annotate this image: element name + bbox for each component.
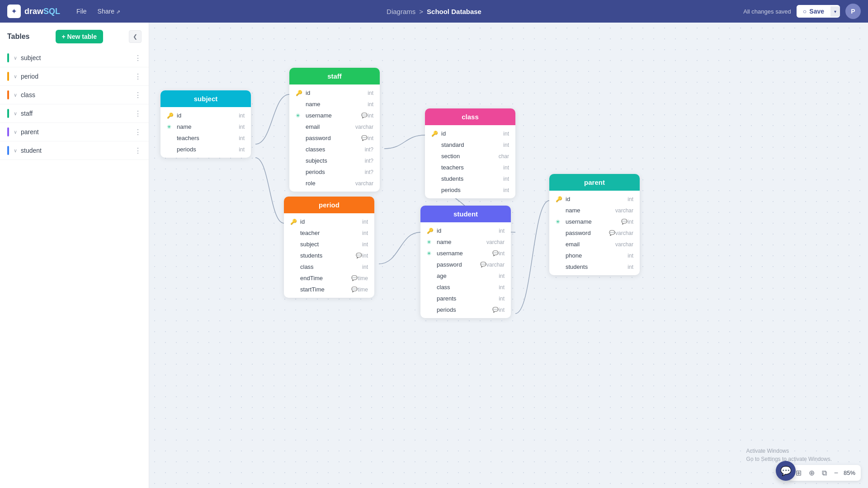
row-icon-students [556, 264, 563, 270]
field-type-password: varchar [486, 262, 505, 268]
field-name-password: password [437, 261, 478, 268]
field-row-teachers: teachers int [160, 132, 251, 144]
db-table-period[interactable]: period 🔑 id int teacher int subject int [284, 197, 374, 298]
table-menu-class[interactable]: ⋮ [134, 91, 142, 99]
field-name-periods: periods [306, 169, 365, 175]
row-icon-teachers [167, 136, 174, 141]
db-table-subject[interactable]: subject 🔑 id int ✳ name int teachers int [160, 90, 251, 158]
sidebar-item-staff[interactable]: ∨ staff ⋮ [0, 104, 149, 123]
field-row-username: ✳ username 💬 int [289, 110, 380, 121]
field-name-class: class [300, 263, 362, 270]
key-icon: 🔑 [296, 90, 302, 96]
row-icon-id: 🔑 [167, 113, 174, 119]
field-row-name: name int [289, 99, 380, 110]
field-type-startTime: time [358, 286, 368, 293]
row-icon-section [431, 154, 439, 159]
db-table-class[interactable]: class 🔑 id int standard int section char [425, 108, 515, 198]
key-icon: 🔑 [431, 131, 438, 137]
sidebar-title: Tables [7, 33, 30, 41]
zoom-out-button[interactable]: − [832, 468, 840, 478]
table-menu-parent[interactable]: ⋮ [134, 128, 142, 136]
sidebar-item-class[interactable]: ∨ class ⋮ [0, 86, 149, 104]
field-row-username: ✳ username 💬 int [549, 216, 640, 227]
field-type-id: int [239, 113, 245, 119]
row-icon-email [556, 242, 563, 247]
field-type-students: int [627, 264, 633, 270]
field-name-students: students [441, 175, 503, 182]
field-name-startTime: startTime [300, 286, 349, 293]
chat-bubble[interactable]: 💬 [776, 461, 796, 481]
row-icon-name: ✳ [167, 124, 174, 130]
save-main-button[interactable]: ○ Save [797, 5, 830, 18]
db-table-staff[interactable]: staff 🔑 id int name int ✳ username 💬 int [289, 68, 380, 192]
field-name-id: id [437, 227, 499, 234]
field-name-id: id [300, 218, 362, 225]
field-name-email: email [566, 241, 615, 248]
comment-students: 💬 [356, 253, 362, 258]
diagram-canvas[interactable]: subject 🔑 id int ✳ name int teachers int [149, 23, 868, 488]
field-name-role: role [306, 180, 355, 187]
field-row-username: ✳ username 💬 int [420, 248, 511, 259]
row-icon-username: ✳ [296, 113, 303, 119]
field-row-standard: standard int [425, 139, 515, 150]
breadcrumb-diagrams[interactable]: Diagrams [387, 8, 415, 15]
row-icon-password [556, 230, 563, 236]
field-type-id: int [503, 131, 509, 137]
share-menu-button[interactable]: Share ⇗ [92, 5, 126, 18]
field-type-password: varchar [615, 230, 633, 236]
field-row-age: age int [420, 270, 511, 282]
table-body-staff: 🔑 id int name int ✳ username 💬 int [289, 84, 380, 192]
layout-button[interactable]: ⧉ [820, 468, 829, 478]
field-row-teachers: teachers int [425, 162, 515, 173]
avatar[interactable]: P [845, 4, 861, 19]
field-type-classes: int? [365, 146, 373, 153]
field-row-id: 🔑 id int [289, 87, 380, 99]
row-icon-endTime [290, 276, 297, 281]
row-icon-students [431, 176, 439, 182]
table-menu-period[interactable]: ⋮ [134, 72, 142, 81]
chevron-icon-period: ∨ [14, 74, 17, 80]
field-row-teacher: teacher int [284, 227, 374, 239]
collapse-sidebar-button[interactable]: ❮ [129, 30, 142, 43]
field-name-periods: periods [437, 306, 491, 313]
sidebar-item-subject[interactable]: ∨ subject ⋮ [0, 49, 149, 67]
table-menu-student[interactable]: ⋮ [134, 146, 142, 155]
field-type-class: int [362, 264, 368, 270]
row-icon-password [296, 136, 303, 141]
row-icon-students [290, 253, 297, 258]
field-row-students: students 💬 int [284, 250, 374, 261]
sidebar-item-student[interactable]: ∨ student ⋮ [0, 141, 149, 160]
table-name-staff: staff [21, 110, 134, 117]
file-menu-button[interactable]: File [71, 5, 92, 18]
row-icon-username: ✳ [556, 219, 563, 225]
row-icon-name: ✳ [427, 239, 434, 245]
sidebar-item-parent[interactable]: ∨ parent ⋮ [0, 123, 149, 141]
field-row-subjects: subjects int? [289, 155, 380, 166]
chevron-icon-staff: ∨ [14, 111, 17, 117]
field-name-id: id [306, 89, 368, 96]
db-table-student[interactable]: student 🔑 id int ✳ name varchar ✳ userna… [420, 206, 511, 318]
field-type-name: int [368, 101, 373, 108]
field-row-id: 🔑 id int [284, 216, 374, 227]
field-type-username: int [499, 250, 505, 257]
new-table-button[interactable]: + New table [56, 30, 103, 43]
field-name-standard: standard [441, 141, 503, 148]
row-icon-id: 🔑 [296, 90, 303, 96]
field-name-subject: subject [300, 241, 362, 248]
row-icon-subject [290, 242, 297, 247]
sidebar-item-period[interactable]: ∨ period ⋮ [0, 67, 149, 86]
save-dropdown-button[interactable]: ▾ [830, 6, 840, 17]
fit-button[interactable]: ⊕ [807, 468, 816, 478]
breadcrumb: Diagrams > School Database [387, 8, 481, 15]
db-table-parent[interactable]: parent 🔑 id int name varchar ✳ username … [549, 174, 640, 275]
field-type-username: int [368, 113, 373, 119]
field-row-email: email varchar [549, 239, 640, 250]
field-type-standard: int [503, 142, 509, 148]
field-row-id: 🔑 id int [160, 110, 251, 121]
field-type-subject: int [362, 241, 368, 248]
field-row-id: 🔑 id int [420, 225, 511, 236]
table-menu-staff[interactable]: ⋮ [134, 109, 142, 118]
table-menu-subject[interactable]: ⋮ [134, 54, 142, 62]
field-type-students: int [503, 176, 509, 182]
field-name-class: class [437, 284, 499, 291]
